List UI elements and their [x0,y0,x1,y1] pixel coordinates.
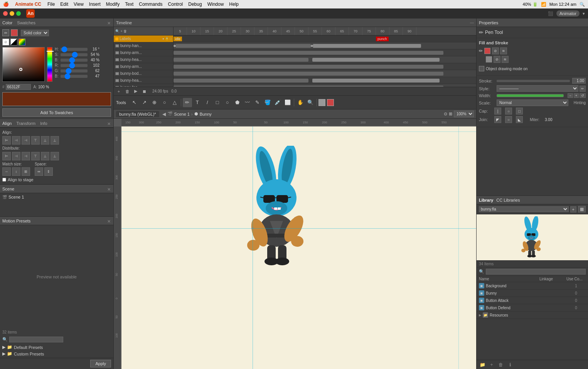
join-round-button[interactable]: ○ [505,116,512,123]
gradient-button[interactable]: ≋ [500,47,507,54]
menu-help[interactable]: Help [229,2,239,7]
layer-row-2[interactable]: ▤ bunny-hea... [114,56,173,63]
rainbow-icon[interactable] [19,39,25,45]
layer-row-4[interactable]: ▤ bunny-bod... [114,70,173,77]
pen-tool[interactable]: ✏ [183,98,192,107]
search-icon[interactable]: 🔍 [580,2,585,7]
user-badge[interactable]: Animator [556,10,580,17]
distribute-center-h-button[interactable]: ⊣ [12,152,20,160]
match-width-button[interactable]: ↔ [2,167,11,176]
library-search-input[interactable] [486,269,586,275]
cap-butt-button[interactable]: | [494,108,501,115]
menu-debug[interactable]: Debug [188,2,202,7]
sat-slider[interactable] [61,53,88,56]
fill-edit-icon[interactable]: ✏ [479,48,483,54]
align-left-button[interactable]: ⊢ [2,136,11,145]
oval-tool[interactable]: ○ [223,98,232,107]
layer-row-3[interactable]: ▤ bunny-arm... [114,63,173,70]
stage-tab[interactable]: bunny.fla (WebGL)* [116,111,159,117]
fill-color-picker[interactable] [327,99,334,106]
fill-color-swatch[interactable] [11,29,18,36]
distribute-bottom-button[interactable]: ⊥ [51,152,59,160]
cap-square-button[interactable]: □ [516,108,523,115]
scene-list-item[interactable]: 🎬 Scene 1 [2,195,111,199]
menu-control[interactable]: Control [168,2,183,7]
line-tool[interactable]: / [203,98,212,107]
join-miter-button[interactable]: ◤ [494,116,501,123]
no-color-icon[interactable]: ⊘ [2,39,9,45]
polygon-tool[interactable]: △ [170,98,179,107]
blue-slider[interactable] [61,75,88,78]
menu-file[interactable]: File [47,2,55,7]
color-tab[interactable]: Color [2,20,12,25]
rectangle-tool[interactable]: □ [213,98,222,107]
green-slider[interactable] [61,69,88,72]
color-type-select[interactable]: Solid color [21,30,49,36]
motion-folder-default[interactable]: ▶ 📁 Default Presets [2,344,111,350]
menu-insert[interactable]: Insert [89,2,101,7]
menu-text[interactable]: Text [125,2,133,7]
space-v-button[interactable]: ⇕ [44,167,53,176]
layer-row-5[interactable]: ▤ bunny-hea... [114,77,173,84]
pencil-tool[interactable]: 〰 [243,98,252,107]
black-white-icon[interactable] [10,39,17,45]
apple-menu[interactable]: 🍎 [3,2,9,7]
lib-properties-button[interactable]: ℹ [507,361,514,368]
zoom-tool[interactable]: 🔍 [306,98,315,107]
library-file-select[interactable]: bunny.fla [479,206,569,212]
align-tab[interactable]: Align [2,121,12,126]
user-menu-arrow[interactable]: ▾ [583,11,585,16]
hex-input[interactable] [6,84,31,90]
align-close-icon[interactable]: ✕ [107,121,111,125]
motion-close-icon[interactable]: ✕ [107,219,111,223]
align-center-v-button[interactable]: ⊥ [41,136,49,145]
align-center-h-button[interactable]: ⊣ [12,136,20,145]
stop-button[interactable]: ⏹ [141,88,148,95]
minimize-button[interactable] [10,11,14,16]
panel-close-icon[interactable]: ✕ [107,21,111,25]
stage-canvas[interactable]: + [121,126,476,369]
library-item-resources[interactable]: ▶ 📁 Resources [477,312,588,319]
layer-row-0[interactable]: ▤ bunny-han... [114,42,173,49]
style-select[interactable]: ————— - - - - - · · · · · [497,85,578,92]
match-height-button[interactable]: ↕ [12,167,20,176]
distribute-right-button[interactable]: ⊣ [22,152,30,160]
menu-window[interactable]: Window [207,2,224,7]
width-slider[interactable] [497,94,564,97]
subselection-tool[interactable]: ↗ [140,98,149,107]
no-fill-button[interactable]: ⊘ [492,47,499,54]
library-item-background[interactable]: ▣ Background 1 [477,282,588,290]
join-bevel-button[interactable]: ◣ [516,116,523,123]
menu-commands[interactable]: Commands [139,2,162,7]
close-button[interactable] [3,11,8,16]
eyedropper-tool[interactable]: 💉 [273,98,282,107]
hue-slider[interactable] [61,48,88,51]
color-gradient-picker[interactable] [2,47,45,82]
cap-round-button[interactable]: ○ [505,108,512,115]
lasso-tool[interactable]: ○ [160,98,169,107]
stroke-color-picker[interactable] [318,99,325,106]
delete-layer-button[interactable]: 🗑 [124,88,131,95]
text-tool[interactable]: T [193,98,202,107]
poly-tool[interactable]: ⬟ [233,98,242,107]
free-transform-tool[interactable]: ⊕ [150,98,159,107]
align-top-button[interactable]: ⊤ [31,136,40,145]
stroke-slider[interactable] [497,80,570,82]
motion-search-input[interactable] [9,337,63,342]
layer-labels-row[interactable]: Labels ● 🔒 □ [114,35,173,42]
swatches-tab[interactable]: Swatches [17,20,35,25]
menu-view[interactable]: View [74,2,84,7]
red-slider[interactable] [61,64,88,67]
stroke-color-display[interactable] [486,56,492,62]
distribute-left-button[interactable]: ⊢ [2,152,11,160]
menu-modify[interactable]: Modify [106,2,120,7]
paint-bucket-tool[interactable]: 🪣 [263,98,272,107]
scale-select[interactable]: Normal [497,99,568,106]
space-h-button[interactable]: ⇔ [35,167,43,176]
apply-button[interactable]: Apply [90,360,111,367]
cc-libraries-tab[interactable]: CC Libraries [496,198,520,202]
eraser-tool[interactable]: ⬜ [283,98,292,107]
new-layer-button[interactable]: + [115,88,122,95]
match-both-button[interactable]: ⊞ [22,167,30,176]
fill-color-display[interactable] [484,48,490,54]
